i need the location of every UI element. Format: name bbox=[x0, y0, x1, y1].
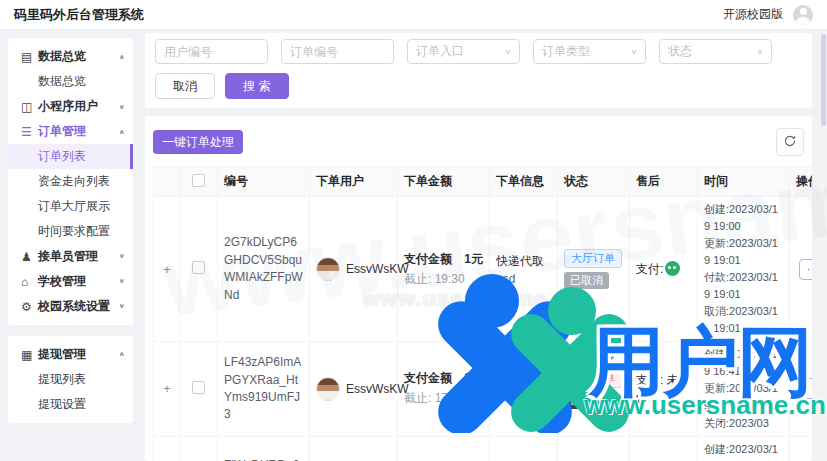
sidebar-item-order-management[interactable]: ☰订单管理∧ bbox=[8, 119, 133, 144]
order-entry-select[interactable]: 订单入口∨ bbox=[407, 39, 520, 64]
table-row: +2G7kDLyCP6GHDCV5SbquWMIAkZFFpWNdEssvWsK… bbox=[154, 197, 813, 342]
chevron-down-icon: ∨ bbox=[119, 303, 126, 310]
user-name: EssvWsKW bbox=[346, 262, 409, 276]
column-header: 下单金额 bbox=[398, 167, 490, 197]
order-table-card: 一键订单处理 编号下单用户下单金额下单信息状态售后时 bbox=[145, 116, 812, 461]
sidebar-item-campus-system-settings[interactable]: ⚙校园系统设置∨ bbox=[8, 294, 133, 319]
user-no-input[interactable] bbox=[155, 39, 268, 64]
expand-row-button[interactable]: + bbox=[160, 262, 174, 277]
sidebar-item-school-management[interactable]: ⌂学校管理∨ bbox=[8, 269, 133, 294]
table-header-row: 编号下单用户下单金额下单信息状态售后时间操作 bbox=[154, 167, 813, 197]
amount-value: 2元 bbox=[464, 370, 483, 387]
row-checkbox[interactable] bbox=[192, 261, 205, 274]
checkbox-cell bbox=[180, 197, 218, 342]
column-header: 时间 bbox=[698, 167, 790, 197]
scrollbar-thumb[interactable] bbox=[821, 34, 826, 126]
row-checkbox[interactable] bbox=[192, 381, 205, 394]
info-cell: 快递代取asd bbox=[490, 197, 558, 342]
sidebar-item-label: 学校管理 bbox=[38, 273, 119, 290]
chevron-up-icon: ∧ bbox=[119, 53, 126, 60]
filter-fields: 订单入口∨订单类型∨状态∨ bbox=[155, 39, 802, 64]
sidebar-item-withdraw-management[interactable]: ▦提现管理∧ bbox=[8, 342, 133, 367]
refresh-icon bbox=[783, 134, 797, 151]
more-actions-button[interactable]: ··· bbox=[799, 259, 813, 280]
column-header: 编号 bbox=[218, 167, 310, 197]
sidebar-subitem[interactable]: 时间要求配置 bbox=[8, 219, 133, 244]
version-label: 开源校园版 bbox=[723, 6, 783, 23]
user-cell-td: EssvWsKW bbox=[310, 342, 398, 436]
user-avatar bbox=[316, 257, 340, 281]
order-user: EssvWsKW bbox=[316, 377, 391, 401]
order-table: 编号下单用户下单金额下单信息状态售后时间操作 +2G7kDLyCP6GHDCV5… bbox=[153, 166, 812, 461]
aftersale-cell: 支付: bbox=[630, 436, 698, 461]
search-button[interactable]: 搜索 bbox=[225, 73, 289, 99]
operation-cell: ··· bbox=[790, 197, 813, 342]
aftersale-cell: 支付: 未支付 bbox=[630, 342, 698, 436]
time-entry: 更新:2023/03/19 bbox=[704, 380, 783, 414]
sidebar-item-miniprogram-users[interactable]: ◫小程序用户∨ bbox=[8, 94, 133, 119]
sidebar-subitem[interactable]: 提现设置 bbox=[8, 392, 133, 417]
aftersale-cell: 支付: bbox=[630, 197, 698, 342]
info-line: asd bbox=[496, 272, 551, 286]
filter-card: 订单入口∨订单类型∨状态∨ 取消 搜索 bbox=[145, 33, 812, 108]
select-placeholder: 订单入口 bbox=[416, 43, 464, 60]
sidebar-menu-group: ▦提现管理∧提现列表提现设置 bbox=[8, 336, 133, 423]
main-content: 订单入口∨订单类型∨状态∨ 取消 搜索 一键订单处理 bbox=[133, 30, 827, 461]
sidebar-subitem[interactable]: 订单大厅展示 bbox=[8, 194, 133, 219]
batch-process-button[interactable]: 一键订单处理 bbox=[153, 130, 243, 154]
status-select[interactable]: 状态∨ bbox=[659, 39, 772, 64]
order-no-input[interactable] bbox=[281, 39, 394, 64]
sidebar-item-order-taker-management[interactable]: ♟接单员管理∨ bbox=[8, 244, 133, 269]
sidebar-item-label: 提现管理 bbox=[38, 346, 119, 363]
user-avatar-icon[interactable] bbox=[793, 5, 813, 25]
topbar: 码里码外后台管理系统 开源校园版 bbox=[0, 0, 827, 30]
amount-cell: 支付金额2元截止: 17:11 bbox=[398, 342, 490, 436]
sidebar: ▤数据总览∧数据总览◫小程序用户∨☰订单管理∧订单列表资金走向列表订单大厅展示时… bbox=[0, 30, 133, 461]
page-scrollbar[interactable] bbox=[820, 30, 827, 461]
more-actions-button[interactable]: ··· bbox=[799, 378, 813, 399]
column-header: 下单信息 bbox=[490, 167, 558, 197]
column-header: 售后 bbox=[630, 167, 698, 197]
topbar-right: 开源校园版 bbox=[723, 5, 813, 25]
sidebar-item-label: 接单员管理 bbox=[38, 248, 119, 265]
amount-label: 支付金额 bbox=[404, 370, 452, 387]
order-no-cell: ZjWyDHRDaJDeshQL8K0_zQoIUKK6SAGG bbox=[218, 436, 310, 461]
status-tag: 已取消 bbox=[564, 272, 609, 289]
chevron-up-icon: ∧ bbox=[119, 351, 126, 358]
pay-label: 支付: bbox=[636, 373, 663, 387]
withdraw-icon: ▦ bbox=[21, 348, 38, 362]
sidebar-subitem[interactable]: 提现列表 bbox=[8, 367, 133, 392]
sidebar-subitem[interactable]: 资金走向列表 bbox=[8, 169, 133, 194]
chevron-down-icon: ∨ bbox=[119, 278, 126, 285]
expand-cell: + bbox=[154, 436, 180, 461]
status-cell: 内部订单已关闭 bbox=[558, 342, 630, 436]
expand-row-button[interactable]: + bbox=[160, 381, 174, 396]
cancel-button[interactable]: 取消 bbox=[155, 73, 215, 99]
order-icon: ☰ bbox=[21, 125, 38, 139]
amount-cell: 支付金额截止: 16:29 bbox=[398, 436, 490, 461]
column-header: 操作 bbox=[790, 167, 813, 197]
info-line: 安装 bbox=[496, 380, 551, 397]
status-cell: 大厅订单已接单 bbox=[558, 436, 630, 461]
sidebar-subitem[interactable]: 订单列表 bbox=[8, 144, 133, 169]
chevron-down-icon: ∨ bbox=[504, 48, 511, 56]
time-entry: 创建:2023/03/19 19:00 bbox=[704, 201, 783, 235]
info-cell: L小时 bbox=[490, 436, 558, 461]
sidebar-item-data-overview[interactable]: ▤数据总览∧ bbox=[8, 44, 133, 69]
select-all-checkbox[interactable] bbox=[192, 174, 205, 187]
order-type-select[interactable]: 订单类型∨ bbox=[533, 39, 646, 64]
miniprogram-user-icon: ◫ bbox=[21, 100, 38, 114]
user-name: EssvWsKW bbox=[346, 382, 409, 396]
status-tag: 已关闭 bbox=[564, 392, 609, 409]
filter-actions: 取消 搜索 bbox=[155, 73, 802, 99]
column-header: 下单用户 bbox=[310, 167, 398, 197]
sidebar-subitem[interactable]: 数据总览 bbox=[8, 69, 133, 94]
dashboard-icon: ▤ bbox=[21, 50, 38, 64]
chevron-down-icon: ∨ bbox=[119, 103, 126, 110]
time-entry: 取消:2023/03/19 19:01 bbox=[704, 303, 783, 337]
table-body: +2G7kDLyCP6GHDCV5SbquWMIAkZFFpWNdEssvWsK… bbox=[154, 197, 813, 461]
status-cell: 大厅订单已取消 bbox=[558, 197, 630, 342]
deadline-label: 截止: 19:30 bbox=[404, 271, 483, 288]
status-tag: 内部订单 bbox=[564, 369, 622, 388]
refresh-button[interactable] bbox=[776, 128, 804, 156]
